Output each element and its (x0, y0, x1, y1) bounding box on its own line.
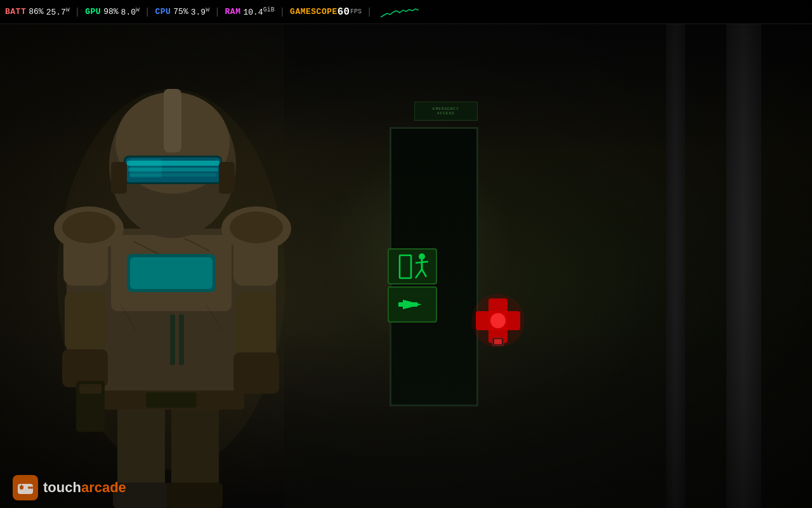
ram-unit: GiB (263, 6, 275, 13)
ram-value: 10.4GiB (243, 6, 274, 17)
svg-rect-25 (130, 257, 213, 289)
watermark-touch: touch (43, 479, 81, 495)
game-scene: EMERGENCYACCESS (0, 0, 812, 508)
exit-sign (387, 248, 438, 324)
svg-rect-52 (170, 314, 175, 365)
svg-rect-45 (130, 159, 162, 178)
cpu-watts-unit: w (206, 6, 209, 13)
svg-rect-55 (79, 384, 102, 394)
sep1: | (75, 7, 80, 17)
door-sign: EMERGENCYACCESS (414, 102, 478, 121)
sep2: | (145, 7, 150, 17)
ram-amount: 10.4 (243, 8, 263, 17)
pipe-right-small (666, 24, 685, 508)
ram-label: RAM (225, 7, 241, 17)
gpu-watts-value: 8.0 (121, 8, 136, 17)
door-sign-text: EMERGENCYACCESS (433, 107, 459, 116)
svg-rect-66 (21, 485, 22, 488)
watermark: toucharcade (13, 475, 126, 500)
batt-watts-unit: w (66, 6, 70, 13)
svg-rect-46 (111, 162, 127, 194)
batt-watts-value: 25.7 (46, 8, 66, 17)
game-container: EMERGENCYACCESS (0, 0, 812, 508)
cpu-watts-value: 3.9 (191, 8, 206, 17)
svg-rect-21 (167, 483, 223, 508)
sep5: | (367, 7, 372, 17)
svg-rect-16 (494, 339, 502, 344)
batt-watts: 25.7w (46, 6, 70, 17)
watermark-text: toucharcade (43, 479, 126, 496)
gpu-watts-unit: w (136, 6, 140, 13)
svg-point-1 (419, 253, 425, 260)
svg-rect-39 (164, 89, 181, 152)
gamescope-label: GAMESCOPE (290, 7, 337, 17)
svg-point-64 (30, 486, 33, 489)
cpu-percent: 75% (173, 7, 188, 17)
svg-rect-53 (179, 314, 184, 365)
svg-point-50 (62, 211, 115, 243)
gpu-percent: 98% (103, 7, 118, 17)
pipe-right-large (726, 24, 761, 508)
svg-rect-61 (18, 484, 33, 494)
sep4: | (280, 7, 285, 17)
toucharcade-icon (13, 475, 38, 500)
batt-label: BATT (5, 7, 26, 17)
svg-rect-34 (235, 292, 276, 356)
gpu-watts: 8.0w (121, 6, 140, 17)
svg-rect-10 (398, 302, 417, 307)
svg-point-63 (28, 486, 30, 489)
svg-rect-27 (146, 392, 197, 408)
fps-value: 60 (337, 6, 350, 18)
svg-rect-0 (388, 249, 436, 284)
svg-point-51 (230, 211, 283, 243)
performance-graph (381, 6, 419, 18)
red-hazard-light (469, 292, 527, 349)
cpu-watts: 3.9w (191, 6, 209, 17)
sep3: | (214, 7, 219, 17)
hud-bar: BATT 86% 25.7w | GPU 98% 8.0w | CPU 75% … (0, 0, 812, 24)
cpu-label: CPU (155, 7, 171, 17)
gpu-label: GPU (85, 7, 101, 17)
batt-percent: 86% (29, 7, 43, 17)
svg-rect-35 (233, 352, 279, 394)
fps-unit: FPS (350, 8, 362, 15)
svg-rect-47 (219, 162, 235, 194)
character-isaac-clarke (19, 25, 336, 508)
svg-point-14 (490, 313, 506, 328)
svg-rect-30 (65, 292, 106, 349)
watermark-arcade: arcade (81, 479, 126, 495)
